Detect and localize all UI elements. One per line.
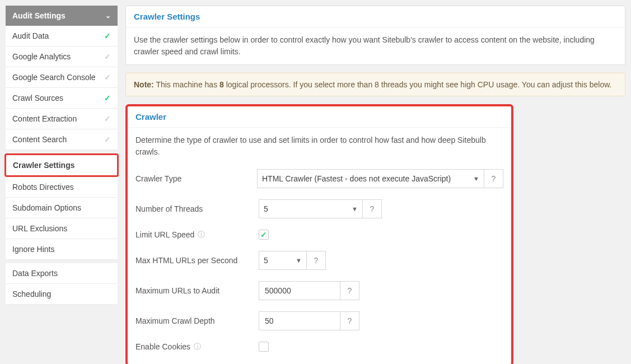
help-button-max-depth[interactable]: ? [340,311,359,330]
select-value: 5 [264,204,268,213]
card-title: Crawler Settings [134,12,200,21]
caret-down-icon: ▼ [352,206,358,212]
select-threads[interactable]: 5 ▼ [259,199,363,218]
sidebar-header[interactable]: Audit Settings ⌄ [6,6,118,26]
sidebar-item-label: Google Search Console [12,73,96,82]
row-threads: Number of Threads 5 ▼ ? [135,194,503,224]
select-crawler-type[interactable]: HTML Crawler (Fastest - does not execute… [257,169,484,188]
note-prefix: Note: [134,80,154,89]
sidebar-item[interactable]: Audit Data✓ [6,26,118,46]
help-icon: ? [370,204,375,213]
sidebar-item-label: Crawler Settings [13,161,74,170]
sidebar-item[interactable]: Google Search Console✓ [6,67,118,88]
sidebar-item-crawler-settings[interactable]: Crawler Settings [4,153,119,177]
input-max-depth-wrap [259,311,340,330]
sidebar-item-label: Subdomain Options [12,203,81,212]
help-button-crawler-type[interactable]: ? [484,169,503,188]
check-icon: ✓ [104,73,111,82]
question-icon: ⓘ [194,342,201,352]
caret-down-icon: ▼ [473,175,479,182]
check-icon: ✓ [104,94,111,102]
sidebar-item-label: Data Exports [12,269,58,278]
help-icon: ? [492,174,496,183]
help-button-threads[interactable]: ? [363,199,382,218]
label-max-depth: Maximum Crawl Depth [135,316,259,325]
crawler-card: Crawler Determine the type of crawler to… [125,104,513,364]
select-max-html-urls[interactable]: 5 ▼ [259,251,307,270]
select-value: HTML Crawler (Fastest - does not execute… [262,174,451,183]
sidebar-item-label: Content Search [12,135,67,144]
note-box: Note: This machine has 8 logical process… [125,73,625,96]
input-max-depth[interactable] [264,312,335,330]
row-max-depth: Maximum Crawl Depth ? [135,306,503,336]
sidebar-item[interactable]: Subdomain Options [6,198,118,218]
sidebar-item-label: Scheduling [12,290,51,298]
label-crawler-type: Crawler Type [135,174,257,183]
input-max-urls[interactable] [264,282,335,300]
row-max-urls: Maximum URLs to Audit ? [135,276,503,306]
help-icon: ? [348,316,352,325]
chevron-down-icon: ⌄ [105,12,111,20]
row-crawler-type: Crawler Type HTML Crawler (Fastest - doe… [135,164,503,194]
card-text: Use the crawler settings below in order … [134,34,617,58]
crawler-settings-intro-card: Crawler Settings Use the crawler setting… [125,6,625,65]
sidebar-item[interactable]: Crawl Sources✓ [6,88,118,109]
label-cookies: Enable Cookies [135,342,190,351]
row-limit-speed: Limit URL Speed ⓘ [135,224,503,245]
check-icon: ✓ [104,135,111,144]
sidebar-group-1: Audit Data✓Google Analytics✓Google Searc… [6,26,118,150]
help-icon: ? [314,256,319,265]
row-cookies: Enable Cookies ⓘ [135,336,503,357]
checkbox-cookies[interactable] [259,342,269,352]
help-button-max-html-urls[interactable]: ? [307,251,326,270]
note-text-a: This machine has [154,80,219,89]
sidebar-item[interactable]: Google Analytics✓ [6,46,118,67]
check-icon: ✓ [104,52,111,61]
sidebar-item[interactable]: Robots Directives [6,177,118,198]
help-button-max-urls[interactable]: ? [340,281,359,300]
input-max-urls-wrap [259,281,340,300]
select-value: 5 [264,256,268,265]
label-max-html-urls: Max HTML URLs per Second [135,256,259,265]
caret-down-icon: ▼ [296,257,302,264]
check-icon: ✓ [104,114,111,123]
sidebar-item[interactable]: Data Exports [6,263,118,284]
check-icon: ✓ [104,31,111,40]
sidebar-item-label: Robots Directives [12,183,74,192]
sidebar-item[interactable]: URL Exclusions [6,218,118,239]
sidebar-item-label: Crawl Sources [12,94,63,102]
sidebar-item-label: Google Analytics [12,52,71,61]
note-text-b: logical processors. If you select more t… [224,80,612,89]
row-max-html-urls: Max HTML URLs per Second 5 ▼ ? [135,245,503,276]
label-threads: Number of Threads [135,204,259,213]
sidebar-item[interactable]: Content Search✓ [6,129,118,150]
crawler-card-title: Crawler [135,112,166,122]
sidebar-item-label: Content Extraction [12,114,77,123]
sidebar-item-label: Ignore Hints [12,245,54,254]
sidebar-item-label: Audit Data [12,31,49,40]
label-max-urls: Maximum URLs to Audit [135,286,259,295]
sidebar-item-label: URL Exclusions [12,224,67,233]
checkbox-limit-speed[interactable] [259,230,269,240]
sidebar-item[interactable]: Ignore Hints [6,239,118,260]
label-limit-speed: Limit URL Speed [135,230,194,239]
sidebar-item[interactable]: Scheduling [6,284,118,305]
help-icon: ? [348,286,352,295]
sidebar-item[interactable]: Content Extraction✓ [6,109,118,129]
sidebar-group-3: Data ExportsScheduling [6,263,118,305]
sidebar: Audit Settings ⌄ Audit Data✓Google Analy… [6,6,118,364]
note-count: 8 [219,80,224,89]
crawler-card-desc: Determine the type of crawler to use and… [135,134,503,158]
main-content: Crawler Settings Use the crawler setting… [125,6,625,364]
question-icon: ⓘ [198,230,205,240]
sidebar-header-label: Audit Settings [12,11,66,20]
